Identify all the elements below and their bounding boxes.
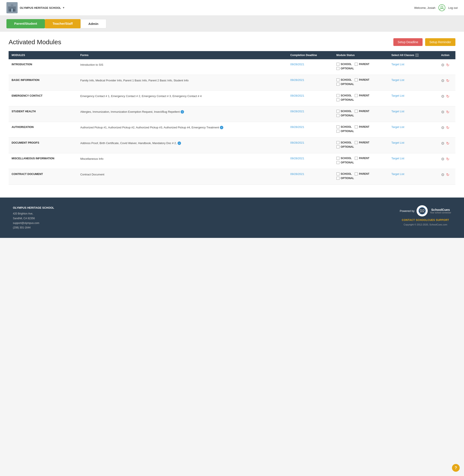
- optional-checkbox[interactable]: [337, 67, 339, 70]
- target-list-link[interactable]: Target List: [391, 125, 404, 129]
- optional-checkbox[interactable]: [337, 83, 339, 86]
- module-name: EMERGENCY CONTACT: [12, 94, 42, 97]
- completion-date-cell[interactable]: 09/28/2021: [287, 153, 333, 169]
- parent-checkbox[interactable]: [355, 78, 358, 81]
- settings-icon[interactable]: ⚙: [441, 78, 445, 83]
- col-action: Action: [435, 51, 455, 59]
- completion-date-cell[interactable]: 09/28/2021: [287, 75, 333, 91]
- logout-button[interactable]: Log out: [448, 6, 458, 10]
- refresh-icon[interactable]: ↻: [446, 141, 449, 146]
- forms-cell: Introduction to SIS: [77, 59, 287, 75]
- target-list-cell: Target List: [388, 75, 435, 91]
- optional-label: OPTIONAL: [341, 114, 354, 117]
- tab-admin[interactable]: Admin: [80, 19, 106, 28]
- school-checkbox[interactable]: [337, 157, 339, 160]
- setup-deadline-button[interactable]: Setup Deadline: [393, 38, 423, 46]
- optional-checkbox[interactable]: [337, 145, 339, 148]
- completion-date[interactable]: 09/28/2021: [290, 94, 304, 97]
- parent-checkbox[interactable]: [355, 63, 358, 66]
- action-cell: ⚙ ↻: [435, 106, 455, 122]
- completion-date[interactable]: 09/28/2021: [290, 172, 304, 176]
- contact-support-link[interactable]: CONTACT SCHOOLCUES SUPPORT: [400, 219, 451, 222]
- settings-icon[interactable]: ⚙: [441, 125, 445, 130]
- school-checkbox[interactable]: [337, 141, 339, 144]
- completion-date-cell[interactable]: 09/28/2021: [287, 122, 333, 138]
- refresh-icon[interactable]: ↻: [446, 63, 449, 68]
- optional-checkbox[interactable]: [337, 114, 339, 117]
- footer-left: OLYMPUS HERITAGE SCHOOL 420 Brighton Ave…: [13, 205, 54, 230]
- parent-checkbox[interactable]: [355, 94, 358, 97]
- add-form-badge[interactable]: +: [178, 142, 181, 145]
- optional-checkbox[interactable]: [337, 130, 339, 133]
- forms-text: Miscellaneous Info: [80, 157, 104, 160]
- parent-checkbox[interactable]: [355, 125, 358, 128]
- school-checkbox[interactable]: [337, 172, 339, 175]
- parent-checkbox[interactable]: [355, 172, 358, 175]
- completion-date[interactable]: 09/28/2021: [290, 125, 304, 129]
- school-checkbox[interactable]: [337, 110, 339, 113]
- refresh-icon[interactable]: ↻: [446, 157, 449, 161]
- forms-text: Introduction to SIS: [80, 63, 103, 66]
- target-list-link[interactable]: Target List: [391, 63, 404, 66]
- forms-cell: Emergency Contact # 1, Emergency Contact…: [77, 91, 287, 106]
- optional-checkbox[interactable]: [337, 177, 339, 180]
- refresh-icon[interactable]: ↻: [446, 94, 449, 99]
- settings-icon[interactable]: ⚙: [441, 172, 445, 177]
- school-checkbox[interactable]: [337, 94, 339, 97]
- add-form-badge[interactable]: +: [220, 126, 223, 129]
- tab-parent-student[interactable]: Parent/Student: [6, 19, 45, 28]
- settings-icon[interactable]: ⚙: [441, 94, 445, 99]
- optional-checkbox[interactable]: [337, 161, 339, 164]
- refresh-icon[interactable]: ↻: [446, 78, 449, 83]
- completion-date-cell[interactable]: 09/28/2021: [287, 169, 333, 185]
- col-select-all[interactable]: Select All Classes: [388, 51, 435, 59]
- completion-date-cell[interactable]: 09/28/2021: [287, 91, 333, 106]
- target-list-cell: Target List: [388, 59, 435, 75]
- select-all-checkbox[interactable]: [416, 54, 418, 57]
- status-cell: SCHOOL PARENT OPTIONAL: [333, 169, 388, 185]
- svg-point-7: [441, 6, 443, 8]
- optional-label: OPTIONAL: [341, 98, 354, 101]
- settings-icon[interactable]: ⚙: [441, 157, 445, 161]
- parent-label: PARENT: [359, 94, 369, 97]
- refresh-icon[interactable]: ↻: [446, 110, 449, 115]
- svg-rect-5: [13, 9, 15, 12]
- setup-reminder-button[interactable]: Setup Reminder: [425, 38, 455, 46]
- target-list-link[interactable]: Target List: [391, 172, 404, 176]
- target-list-link[interactable]: Target List: [391, 78, 404, 82]
- table-row: DOCUMENT PROOFSAddress Proof, Birth Cert…: [9, 138, 455, 153]
- settings-icon[interactable]: ⚙: [441, 141, 445, 146]
- refresh-icon[interactable]: ↻: [446, 172, 449, 177]
- completion-date[interactable]: 09/28/2021: [290, 78, 304, 82]
- refresh-icon[interactable]: ↻: [446, 125, 449, 130]
- target-list-link[interactable]: Target List: [391, 110, 404, 113]
- settings-icon[interactable]: ⚙: [441, 110, 445, 115]
- forms-text: Authorized Pickup #1, Authorized Pickup …: [80, 126, 223, 129]
- target-list-link[interactable]: Target List: [391, 94, 404, 97]
- completion-date-cell[interactable]: 09/28/2021: [287, 138, 333, 153]
- school-selector[interactable]: OLYMPUS HERITAGE SCHOOL ▼: [20, 6, 65, 10]
- parent-checkbox[interactable]: [355, 141, 358, 144]
- table-row: INTRODUCTIONIntroduction to SIS09/28/202…: [9, 59, 455, 75]
- completion-date-cell[interactable]: 09/28/2021: [287, 106, 333, 122]
- target-list-cell: Target List: [388, 153, 435, 169]
- completion-date[interactable]: 09/28/2021: [290, 110, 304, 113]
- settings-icon[interactable]: ⚙: [441, 63, 445, 68]
- completion-date[interactable]: 09/28/2021: [290, 157, 304, 160]
- school-checkbox[interactable]: [337, 125, 339, 128]
- tab-teacher-staff[interactable]: Teacher/Staff: [45, 19, 80, 28]
- target-list-link[interactable]: Target List: [391, 141, 404, 144]
- target-list-link[interactable]: Target List: [391, 157, 404, 160]
- school-checkbox[interactable]: [337, 63, 339, 66]
- completion-date[interactable]: 09/28/2021: [290, 141, 304, 144]
- status-cell: SCHOOL PARENT OPTIONAL: [333, 59, 388, 75]
- school-checkbox[interactable]: [337, 78, 339, 81]
- completion-date[interactable]: 09/28/2021: [290, 63, 304, 66]
- add-form-badge[interactable]: +: [181, 110, 184, 114]
- completion-date-cell[interactable]: 09/28/2021: [287, 59, 333, 75]
- chevron-down-icon: ▼: [62, 6, 65, 9]
- parent-checkbox[interactable]: [355, 110, 358, 113]
- optional-checkbox[interactable]: [337, 98, 339, 101]
- powered-by-row: Powered by SchoolCues Your school connec…: [400, 205, 451, 216]
- parent-checkbox[interactable]: [355, 157, 358, 160]
